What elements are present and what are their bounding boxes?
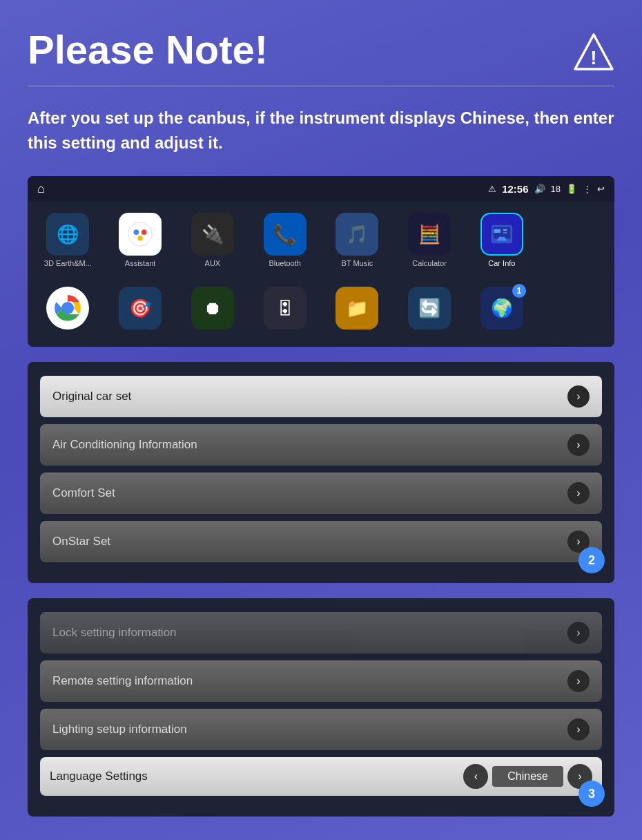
step-badge-1: 1: [512, 284, 526, 298]
step-badge-3: 3: [578, 781, 605, 807]
notification-icon: ⚠: [488, 184, 496, 194]
menu-label-original: Original car set: [52, 390, 131, 403]
menu-item-lock[interactable]: Lock setting information ›: [40, 612, 602, 653]
menu-arrow-lock: ›: [567, 622, 590, 644]
screen-3: Lock setting information › Remote settin…: [28, 598, 614, 817]
app-equalizer[interactable]: 🎛: [249, 283, 321, 337]
app-car-info[interactable]: Car Info: [466, 209, 538, 271]
menu-label-air: Air Conditioning Information: [52, 438, 197, 452]
app-icon-sync: 🔄: [408, 287, 451, 330]
app-icon-folder: 📁: [335, 287, 378, 330]
app-btmusic[interactable]: 🎵 BT Music: [321, 209, 393, 271]
menu-item-language[interactable]: Language Settings ‹ Chinese ›: [40, 757, 602, 796]
app-folder[interactable]: 📁: [321, 283, 393, 337]
app-label-carinfo: Car Info: [488, 259, 515, 267]
page-title: Please Note!: [28, 28, 268, 72]
app-sync[interactable]: 🔄: [393, 283, 466, 337]
app-aux[interactable]: 🔌 AUX: [177, 209, 249, 271]
language-controls: ‹ Chinese ›: [463, 764, 592, 789]
app-icon-globe: 🌍 1: [480, 287, 523, 330]
divider: [28, 86, 614, 86]
menu-dots-icon: ⋮: [583, 184, 592, 194]
menu-item-comfort[interactable]: Comfort Set ›: [40, 472, 602, 514]
back-icon: ↩: [597, 184, 605, 194]
status-left: ⌂: [37, 182, 45, 196]
menu-arrow-air: ›: [567, 434, 590, 456]
language-label: Language Settings: [50, 770, 148, 783]
app-assistant[interactable]: Assistant: [104, 209, 177, 271]
app-label-assistant: Assistant: [125, 259, 156, 267]
app-label-bluetooth: Bluetooth: [269, 259, 300, 267]
volume-icon: 🔊: [534, 184, 545, 194]
svg-text:!: !: [590, 47, 596, 68]
apps-row-2: 🎯 ⏺ 🎛 📁 🔄 🌍 1: [28, 278, 614, 347]
menu-arrow-original: ›: [567, 385, 590, 408]
svg-point-3: [134, 229, 139, 235]
screen-2: Original car set › Air Conditioning Info…: [28, 362, 614, 583]
menu-label-remote: Remote setting information: [52, 674, 193, 688]
menu-label-lighting: Lighting setup information: [52, 723, 187, 736]
status-bar: ⌂ ⚠ 12:56 🔊 18 🔋 ⋮ ↩: [28, 176, 614, 202]
svg-point-4: [142, 229, 147, 235]
app-placeholder: [538, 209, 610, 271]
app-record[interactable]: ⏺: [177, 283, 249, 337]
app-icon-equalizer: 🎛: [264, 287, 307, 330]
menu-item-lighting[interactable]: Lighting setup information ›: [40, 709, 602, 750]
app-icon-aux: 🔌: [191, 213, 234, 256]
svg-point-2: [128, 222, 152, 246]
header: Please Note! !: [28, 28, 614, 73]
menu-item-air-conditioning[interactable]: Air Conditioning Information ›: [40, 424, 602, 466]
app-icon-earth: 🌐: [46, 213, 89, 256]
app-icon-btmusic: 🎵: [335, 213, 378, 256]
volume-level: 18: [551, 184, 561, 194]
app-icon-bluetooth: 📞: [264, 213, 307, 256]
apps-row-1: 🌐 3D Earth&M... Assistant 🔌 AUX 📞 Blueto…: [28, 202, 614, 278]
app-bluetooth[interactable]: 📞 Bluetooth: [249, 209, 321, 271]
menu-arrow-lighting: ›: [567, 718, 590, 741]
status-right: ⚠ 12:56 🔊 18 🔋 ⋮ ↩: [488, 183, 605, 195]
app-label-aux: AUX: [205, 259, 221, 267]
app-icon-calculator: 🧮: [408, 213, 451, 256]
menu-label-lock: Lock setting information: [52, 626, 177, 640]
menu-item-onstar[interactable]: OnStar Set ›: [40, 521, 602, 562]
menu-item-original-car-set[interactable]: Original car set ›: [40, 376, 602, 417]
app-calculator[interactable]: 🧮 Calculator: [393, 209, 466, 271]
app-3d-earth[interactable]: 🌐 3D Earth&M...: [32, 209, 104, 271]
app-chrome[interactable]: [32, 283, 104, 337]
home-icon: ⌂: [37, 182, 45, 196]
app-steering[interactable]: 🎯: [104, 283, 177, 337]
svg-rect-10: [503, 232, 507, 233]
app-icon-assistant: [119, 213, 162, 256]
warning-icon: !: [573, 32, 614, 73]
app-label-calculator: Calculator: [412, 259, 447, 267]
svg-point-5: [137, 236, 143, 241]
app-icon-record: ⏺: [191, 287, 234, 330]
menu-arrow-remote: ›: [567, 670, 590, 692]
menu-item-remote[interactable]: Remote setting information ›: [40, 660, 602, 702]
note-text: After you set up the canbus, if the inst…: [28, 106, 614, 155]
language-value: Chinese: [492, 766, 563, 787]
app-icon-carinfo: [480, 213, 523, 256]
app-icon-steering: 🎯: [119, 287, 162, 330]
language-prev-button[interactable]: ‹: [463, 764, 488, 789]
screen-1: ⌂ ⚠ 12:56 🔊 18 🔋 ⋮ ↩ 🌐 3D Earth&M... Ass…: [28, 176, 614, 347]
menu-label-onstar: OnStar Set: [52, 535, 110, 548]
menu-label-comfort: Comfort Set: [52, 486, 115, 500]
app-label-btmusic: BT Music: [342, 259, 373, 267]
status-time: 12:56: [502, 183, 528, 195]
step-badge-2: 2: [578, 547, 605, 573]
menu-arrow-comfort: ›: [567, 482, 590, 504]
svg-rect-9: [503, 229, 507, 231]
app-icon-chrome: [46, 287, 89, 330]
battery-icon: 🔋: [566, 184, 577, 194]
app-label-earth: 3D Earth&M...: [44, 259, 92, 267]
app-globe[interactable]: 🌍 1: [466, 283, 538, 337]
svg-rect-8: [494, 229, 500, 233]
